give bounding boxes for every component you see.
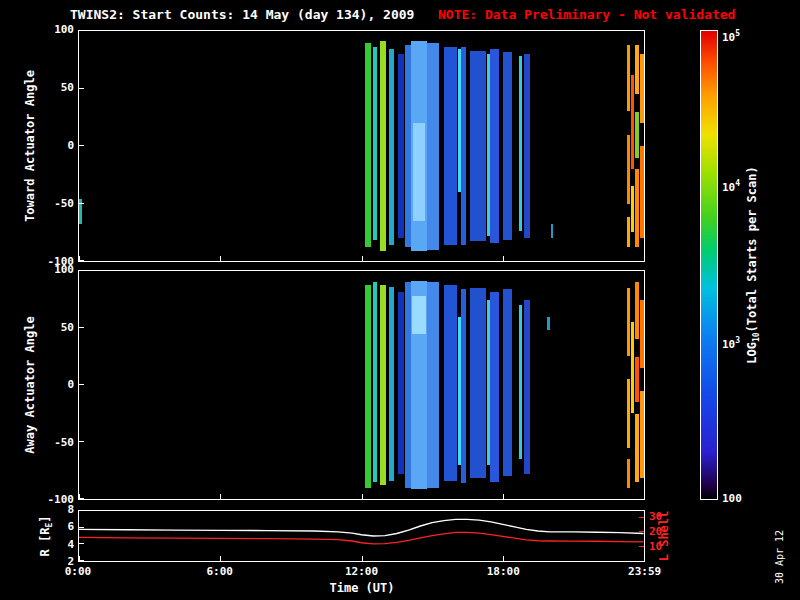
x-tick-mark xyxy=(362,556,363,561)
y-tick-mark xyxy=(79,498,84,499)
twins2-start-counts-plot: TWINS2: Start Counts: 14 May (day 134), … xyxy=(0,0,800,600)
colorbar-tick-base: 100 xyxy=(722,492,742,505)
colorbar-tick-base: 10 xyxy=(722,338,735,351)
plot-title: TWINS2: Start Counts: 14 May (day 134), … xyxy=(70,7,414,22)
x-tick-label: 6:00 xyxy=(190,566,250,578)
spectrogram-stripe xyxy=(380,285,386,486)
x-tick-label: 12:00 xyxy=(332,566,392,578)
x-tick-mark xyxy=(644,556,645,561)
colorbar-tick-1e5: 105 xyxy=(722,29,740,44)
y-tick-label: 50 xyxy=(30,322,74,334)
spectrogram-stripe xyxy=(412,296,426,334)
spectrogram-stripe xyxy=(470,51,487,242)
spectrogram-stripe xyxy=(640,300,644,368)
colorbar-tick-100: 100 xyxy=(722,490,742,505)
y-tick-mark xyxy=(79,270,84,271)
x-tick-mark xyxy=(644,494,645,499)
spectrogram-stripe xyxy=(627,459,630,488)
y-tick-mark xyxy=(79,145,84,146)
y-tick-label: 100 xyxy=(30,24,74,36)
datestamp: 30 Apr 12 xyxy=(774,530,785,584)
spectrogram-stripe xyxy=(470,288,487,478)
spectrogram-stripe xyxy=(631,75,634,169)
colorbar-tick-exp: 4 xyxy=(735,179,740,188)
y-tick-mark xyxy=(79,30,84,31)
spectrogram-stripe xyxy=(635,112,639,158)
lshell-tick-label: 10 xyxy=(649,541,679,553)
spectrogram-stripe xyxy=(373,47,377,240)
spectrogram-stripe xyxy=(490,292,500,482)
spectrogram-stripe xyxy=(503,52,513,241)
r-tick-mark xyxy=(79,543,84,544)
x-tick-label: 18:00 xyxy=(473,566,533,578)
colorbar-tick-base: 10 xyxy=(722,31,735,44)
x-tick-mark xyxy=(503,556,504,561)
x-tick-mark xyxy=(503,494,504,499)
spectrogram-stripe xyxy=(365,285,371,488)
spectrogram-stripe xyxy=(373,282,377,482)
y-tick-label: -50 xyxy=(30,437,74,449)
spectrogram-stripe xyxy=(413,123,425,221)
orbit-lines-svg xyxy=(79,511,644,561)
spectrogram-stripe xyxy=(640,54,644,123)
spectrogram-stripe xyxy=(631,322,634,413)
r-tick-mark xyxy=(79,560,84,561)
spectrogram-stripe xyxy=(380,41,386,250)
spectrogram-stripe xyxy=(427,43,438,250)
lshell-tick-label: 20 xyxy=(649,526,679,538)
x-tick-mark xyxy=(220,556,221,561)
y-tick-label: 0 xyxy=(30,140,74,152)
colorbar-label-pre: LOG xyxy=(745,342,759,364)
spectrogram-stripe xyxy=(640,391,644,479)
r-distance-line xyxy=(79,519,644,536)
toward-spectrogram-panel xyxy=(78,30,645,262)
spectrogram-stripe xyxy=(519,56,522,231)
spectrogram-stripe xyxy=(627,45,630,112)
spectrogram-stripe xyxy=(635,169,639,247)
lshell-tick-mark xyxy=(639,517,644,518)
spectrogram-stripe xyxy=(635,45,639,94)
spectrogram-stripe xyxy=(398,292,404,474)
spectrogram-stripe xyxy=(631,186,634,232)
y-tick-mark xyxy=(79,441,84,442)
x-tick-mark xyxy=(220,256,221,261)
spectrogram-stripe xyxy=(389,49,394,245)
spectrogram-stripe xyxy=(627,217,630,247)
orbit-line-panel xyxy=(78,510,645,562)
x-tick-label: 23:59 xyxy=(615,566,675,578)
y-tick-mark xyxy=(79,88,84,89)
x-tick-mark xyxy=(362,494,363,499)
r-tick-label: 4 xyxy=(30,539,74,551)
lshell-tick-label: 30 xyxy=(649,511,679,523)
spectrogram-stripe xyxy=(444,285,457,481)
r-tick-mark xyxy=(79,510,84,511)
spectrogram-stripe xyxy=(461,47,466,245)
colorbar-label: LOG10(Total Starts per Scan) xyxy=(745,166,761,364)
r-tick-mark xyxy=(79,527,84,528)
r-tick-label: 6 xyxy=(30,521,74,533)
time-axis-label: Time (UT) xyxy=(301,582,423,594)
away-spectrogram-panel xyxy=(78,270,645,500)
y-tick-label: 100 xyxy=(30,264,74,276)
x-tick-mark xyxy=(503,256,504,261)
x-tick-mark xyxy=(644,256,645,261)
spectrogram-stripe xyxy=(461,289,466,483)
colorbar-tick-exp: 3 xyxy=(735,336,740,345)
spectrogram-stripe xyxy=(640,146,644,238)
spectrogram-stripe xyxy=(503,289,513,476)
spectrogram-stripe xyxy=(389,287,394,481)
y-tick-mark xyxy=(79,327,84,328)
spectrogram-stripe xyxy=(627,288,630,356)
lshell-tick-mark xyxy=(639,531,644,532)
colorbar-tick-1e3: 103 xyxy=(722,336,740,351)
spectrogram-stripe xyxy=(627,379,630,447)
y-tick-mark xyxy=(79,260,84,261)
spectrogram-stripe xyxy=(635,357,639,403)
spectrogram-stripe xyxy=(551,224,553,238)
y-tick-mark xyxy=(79,384,84,385)
y-tick-mark xyxy=(79,203,84,204)
r-tick-label: 8 xyxy=(30,504,74,516)
spectrogram-stripe xyxy=(398,54,404,238)
colorbar-tick-1e4: 104 xyxy=(722,179,740,194)
spectrogram-stripe xyxy=(635,414,639,482)
